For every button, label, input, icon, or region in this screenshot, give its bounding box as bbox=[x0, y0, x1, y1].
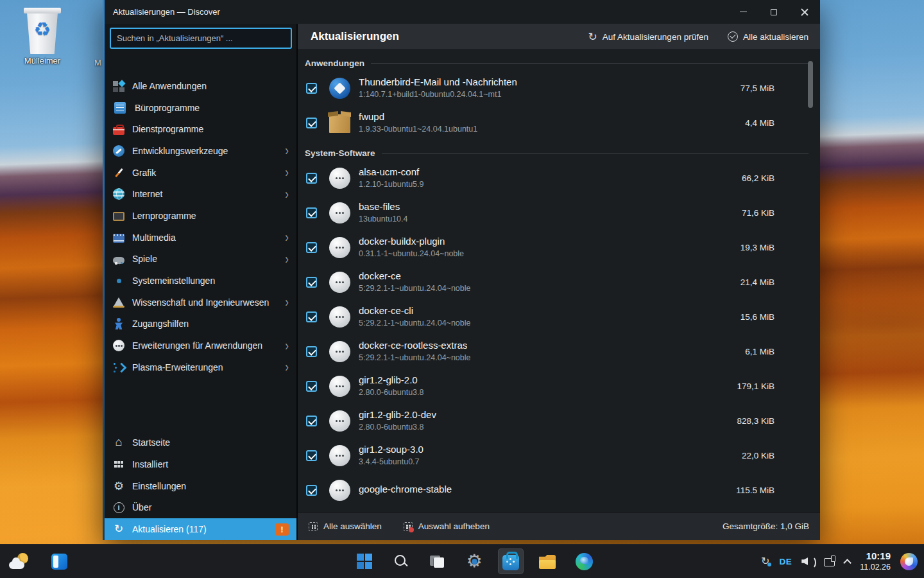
desktop: ♻ Mülleimer M Aktualisierungen — Discove… bbox=[0, 0, 924, 578]
sidebar-category[interactable]: Spiele › bbox=[105, 249, 296, 270]
volume-icon[interactable] bbox=[801, 556, 814, 566]
update-row[interactable]: alsa-ucm-conf 1.2.10-1ubuntu5.9 66,2 KiB bbox=[304, 161, 820, 195]
package-size: 71,6 KiB bbox=[742, 208, 774, 218]
edge-button[interactable] bbox=[571, 548, 597, 574]
widgets-button[interactable] bbox=[51, 554, 67, 570]
checkbox-checked[interactable] bbox=[306, 311, 317, 322]
sidebar-nav-item[interactable]: Über bbox=[105, 497, 296, 519]
update-row[interactable]: base-files 13ubuntu10.4 71,6 KiB bbox=[304, 195, 820, 230]
page-header: Aktualisierungen ↻ Auf Aktualisierungen … bbox=[298, 24, 820, 50]
clock[interactable]: 10:19 11.02.26 bbox=[860, 550, 891, 572]
deselect-all-button[interactable]: Auswahl aufheben bbox=[404, 521, 490, 531]
checkbox-checked[interactable] bbox=[306, 83, 317, 94]
sidebar-category[interactable]: Internet › bbox=[105, 183, 296, 205]
check-updates-button[interactable]: ↻ Auf Aktualisierungen prüfen bbox=[588, 31, 708, 42]
tray-chevron-up-icon[interactable] bbox=[843, 559, 851, 567]
select-all-button[interactable]: Alle auswählen bbox=[309, 521, 382, 531]
copilot-icon[interactable] bbox=[900, 553, 918, 570]
package-size: 66,2 KiB bbox=[742, 173, 774, 183]
update-row[interactable]: fwupd 1.9.33-0ubuntu1~24.04.1ubuntu1 4,4… bbox=[304, 105, 820, 140]
package-version: 0.31.1-1~ubuntu.24.04~noble bbox=[359, 249, 464, 259]
update-all-button[interactable]: Alle aktualisieren bbox=[728, 31, 809, 42]
update-row[interactable]: gir1.2-soup-3.0 3.4.4-5ubuntu0.7 22,0 Ki… bbox=[304, 438, 820, 473]
weather-widget[interactable] bbox=[9, 553, 30, 570]
maximize-button[interactable] bbox=[758, 0, 789, 24]
search-input[interactable] bbox=[110, 28, 292, 49]
task-view-icon bbox=[430, 554, 445, 569]
system-rows: alsa-ucm-conf 1.2.10-1ubuntu5.9 66,2 KiB… bbox=[304, 161, 820, 507]
checkbox-checked[interactable] bbox=[306, 277, 317, 288]
chevron-right-icon: › bbox=[285, 252, 289, 266]
category-icon bbox=[113, 362, 124, 373]
minimize-icon bbox=[740, 12, 747, 12]
checkbox-checked[interactable] bbox=[306, 118, 317, 128]
section-title: System-Software bbox=[305, 148, 375, 158]
package-icon bbox=[329, 114, 350, 133]
package-name: fwupd bbox=[359, 111, 477, 123]
package-size: 828,3 KiB bbox=[737, 416, 774, 426]
cast-screen-icon[interactable] bbox=[824, 558, 835, 566]
checkbox-checked[interactable] bbox=[306, 450, 317, 461]
sidebar-category[interactable]: Plasma-Erweiterungen › bbox=[105, 356, 296, 378]
sidebar-nav-item[interactable]: Installiert bbox=[105, 453, 296, 475]
titlebar[interactable]: Aktualisierungen — Discover bbox=[103, 0, 820, 24]
sidebar-category[interactable]: Zugangshilfen › bbox=[105, 313, 296, 335]
taskbar: ⚙ ↻ DE 10:19 11.02.26 bbox=[0, 544, 924, 578]
sidebar-category[interactable]: Entwicklungswerkzeuge › bbox=[105, 140, 296, 162]
sidebar-nav-item[interactable]: ⌂ Startseite bbox=[105, 432, 296, 454]
checkbox-checked[interactable] bbox=[306, 207, 317, 218]
package-name: docker-ce-cli bbox=[359, 305, 470, 317]
updates-list: Anwendungen Thunderbird-E-Mail und -Nach… bbox=[298, 50, 820, 512]
sidebar-nav-item[interactable]: ⚙ Einstellungen bbox=[105, 475, 296, 497]
task-view-button[interactable] bbox=[425, 548, 450, 574]
update-row[interactable]: google-chrome-stable 115.5 MiB bbox=[304, 473, 820, 507]
nav-icon bbox=[113, 502, 124, 513]
update-row[interactable]: docker-ce-rootless-extras 5:29.2.1-1~ubu… bbox=[304, 334, 820, 369]
sidebar-nav-item[interactable]: ↻ Aktualisieren (117) ! bbox=[105, 518, 296, 540]
sidebar-category[interactable]: Grafik › bbox=[105, 162, 296, 184]
start-button[interactable] bbox=[352, 548, 377, 574]
sidebar-category[interactable]: Dienstprogramme › bbox=[105, 118, 296, 140]
checkbox-checked[interactable] bbox=[306, 381, 317, 392]
desktop-icon-trash[interactable]: ♻ Mülleimer bbox=[17, 8, 68, 66]
update-row[interactable]: docker-ce-cli 5:29.2.1-1~ubuntu.24.04~no… bbox=[304, 299, 820, 334]
language-indicator[interactable]: DE bbox=[780, 557, 792, 566]
update-row[interactable]: Thunderbird-E-Mail und -Nachrichten 1:14… bbox=[304, 71, 820, 105]
sidebar-category[interactable]: Lernprogramme › bbox=[105, 205, 296, 227]
package-version: 2.80.0-6ubuntu3.8 bbox=[359, 423, 436, 433]
scrollbar-thumb[interactable] bbox=[808, 61, 813, 108]
update-row[interactable]: gir1.2-glib-2.0-dev 2.80.0-6ubuntu3.8 82… bbox=[304, 403, 820, 438]
search-button[interactable] bbox=[388, 548, 414, 574]
file-explorer-button[interactable] bbox=[535, 548, 560, 574]
close-button[interactable] bbox=[789, 0, 820, 24]
discover-taskbar-button[interactable] bbox=[498, 548, 524, 574]
nav-label: Einstellungen bbox=[132, 481, 186, 491]
category-icon bbox=[113, 127, 124, 135]
desktop-icon-partial-label: M bbox=[94, 58, 103, 67]
chevron-right-icon: › bbox=[285, 295, 289, 310]
category-icon bbox=[113, 297, 124, 308]
sidebar-category[interactable]: Büroprogramme › bbox=[105, 97, 296, 119]
sidebar-category[interactable]: Alle Anwendungen › bbox=[105, 75, 296, 97]
update-row[interactable]: gir1.2-glib-2.0 2.80.0-6ubuntu3.8 179,1 … bbox=[304, 369, 820, 403]
package-icon bbox=[329, 272, 350, 293]
sidebar-category[interactable]: Systemeinstellungen › bbox=[105, 270, 296, 292]
sidebar-category[interactable]: Wissenschaft und Ingenieurwesen › bbox=[105, 292, 296, 313]
settings-button[interactable]: ⚙ bbox=[461, 548, 487, 574]
sidebar-category[interactable]: Erweiterungen für Anwendungen › bbox=[105, 335, 296, 356]
minimize-button[interactable] bbox=[728, 0, 758, 24]
checkbox-checked[interactable] bbox=[306, 416, 317, 426]
update-row[interactable]: docker-ce 5:29.2.1-1~ubuntu.24.04~noble … bbox=[304, 265, 820, 299]
selection-footer: Alle auswählen Auswahl aufheben Gesamtgr… bbox=[298, 512, 820, 540]
checkbox-checked[interactable] bbox=[306, 242, 317, 253]
checkbox-checked[interactable] bbox=[306, 485, 317, 496]
tray-update-icon[interactable]: ↻ bbox=[761, 556, 769, 566]
sidebar-category[interactable]: Multimedia › bbox=[105, 227, 296, 249]
checkbox-checked[interactable] bbox=[306, 173, 317, 184]
package-size: 77,5 MiB bbox=[740, 83, 774, 93]
package-size: 15,6 MiB bbox=[740, 312, 774, 322]
package-name: docker-ce-rootless-extras bbox=[359, 340, 470, 352]
update-row[interactable]: docker-buildx-plugin 0.31.1-1~ubuntu.24.… bbox=[304, 230, 820, 265]
category-label: Dienstprogramme bbox=[132, 124, 203, 134]
checkbox-checked[interactable] bbox=[306, 346, 317, 357]
